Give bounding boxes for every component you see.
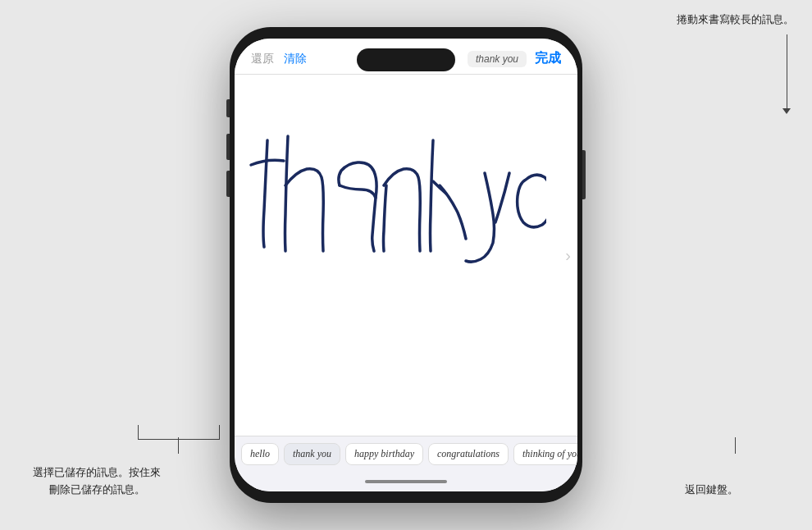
suggestion-happy-birthday[interactable]: happy birthday xyxy=(345,443,423,465)
clear-button[interactable]: 清除 xyxy=(284,52,307,66)
home-bar xyxy=(365,480,447,483)
annotation-arrow-tip xyxy=(782,108,791,114)
phone-notch xyxy=(357,48,455,71)
bracket-left-line xyxy=(178,437,179,454)
suggestion-congratulations[interactable]: congratulations xyxy=(428,443,509,465)
suggestion-thinking-of-you[interactable]: thinking of you xyxy=(513,443,577,465)
silent-button xyxy=(226,99,230,117)
volume-up-button xyxy=(226,134,230,160)
suggestions-bar: hello thank you happy birthday congratul… xyxy=(235,436,577,472)
done-button[interactable]: 完成 xyxy=(535,50,561,67)
topbar-left: 還原 清除 xyxy=(251,52,307,66)
phone-frame: 還原 清除 thank you 完成 xyxy=(230,27,582,503)
preview-text: thank you xyxy=(468,51,527,67)
handwriting-canvas xyxy=(243,91,546,288)
power-button xyxy=(582,150,586,199)
annotation-scroll-text: 捲動來書寫較長的訊息。 xyxy=(677,13,794,25)
home-indicator xyxy=(235,472,577,491)
phone-screen: 還原 清除 thank you 完成 xyxy=(235,39,577,491)
annotation-arrow-line xyxy=(787,34,787,108)
topbar-right: thank you 完成 xyxy=(468,50,561,67)
writing-area[interactable]: › xyxy=(235,75,577,436)
annotation-bottom-left: 選擇已儲存的訊息。按住來 刪除已儲存的訊息。 xyxy=(33,464,161,499)
volume-down-button xyxy=(226,171,230,197)
annotation-keyboard-text: 返回鍵盤。 xyxy=(685,483,738,496)
annotation-saved-line2: 刪除已儲存的訊息。 xyxy=(49,483,145,496)
annotation-bottom-right: 返回鍵盤。 xyxy=(685,482,738,499)
undo-button[interactable]: 還原 xyxy=(251,52,274,66)
dot-line-right xyxy=(735,437,736,454)
annotation-top-right: 捲動來書寫較長的訊息。 xyxy=(677,11,794,28)
annotation-saved-line1: 選擇已儲存的訊息。按住來 xyxy=(33,466,161,478)
suggestion-hello[interactable]: hello xyxy=(241,443,279,465)
bracket-left xyxy=(138,425,220,440)
suggestion-thank-you[interactable]: thank you xyxy=(284,443,340,465)
chevron-right-icon[interactable]: › xyxy=(565,246,571,265)
